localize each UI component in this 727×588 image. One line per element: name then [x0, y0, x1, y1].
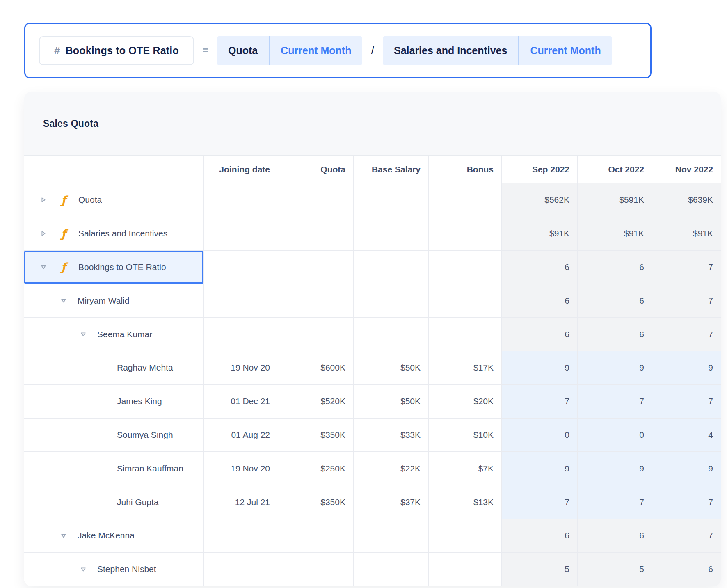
cell[interactable] [429, 553, 502, 586]
cell[interactable] [354, 284, 429, 318]
operand-modifier[interactable]: Current Month [269, 36, 362, 65]
cell[interactable] [429, 217, 502, 251]
cell[interactable] [278, 284, 354, 318]
cell-joining-date[interactable]: 19 Nov 20 [204, 452, 278, 485]
cell[interactable] [204, 183, 278, 217]
cell-oct[interactable]: 5 [578, 553, 652, 586]
cell[interactable] [278, 183, 354, 217]
column-header-joining-date[interactable]: Joining date [204, 156, 278, 183]
cell-bonus[interactable]: $20K [429, 385, 502, 419]
cell-sep[interactable]: 7 [502, 485, 578, 519]
row-label-cell[interactable]: Jake McKenna [24, 519, 204, 553]
row-label-cell[interactable]: ƒ Quota [24, 183, 204, 217]
column-header-base-salary[interactable]: Base Salary [354, 156, 429, 183]
cell-quota[interactable]: $350K [278, 419, 354, 452]
cell-base-salary[interactable]: $37K [354, 485, 429, 519]
cell-joining-date[interactable]: 01 Aug 22 [204, 419, 278, 452]
cell-quota[interactable]: $250K [278, 452, 354, 485]
collapse-triangle-icon[interactable] [60, 533, 67, 539]
cell[interactable] [278, 251, 354, 284]
cell-sep[interactable]: $562K [502, 183, 578, 217]
cell-sep[interactable]: 6 [502, 251, 578, 284]
row-label-cell[interactable]: Seema Kumar [24, 318, 204, 351]
cell-joining-date[interactable]: 19 Nov 20 [204, 351, 278, 385]
cell[interactable] [354, 217, 429, 251]
cell-sep[interactable]: 9 [502, 351, 578, 385]
cell-nov[interactable]: 4 [652, 419, 721, 452]
cell-quota[interactable]: $600K [278, 351, 354, 385]
cell-quota[interactable]: $520K [278, 385, 354, 419]
operand-name[interactable]: Quota [217, 36, 269, 65]
cell[interactable] [429, 251, 502, 284]
cell-quota[interactable]: $350K [278, 485, 354, 519]
cell-nov[interactable]: 7 [652, 385, 721, 419]
cell-sep[interactable]: 0 [502, 419, 578, 452]
cell[interactable] [354, 183, 429, 217]
cell-bonus[interactable]: $17K [429, 351, 502, 385]
column-header-bonus[interactable]: Bonus [429, 156, 502, 183]
cell[interactable] [278, 217, 354, 251]
cell-bonus[interactable]: $10K [429, 419, 502, 452]
cell[interactable] [278, 553, 354, 586]
row-label-cell[interactable]: James King [24, 385, 204, 419]
cell[interactable] [204, 217, 278, 251]
cell[interactable] [354, 553, 429, 586]
cell-sep[interactable]: 7 [502, 385, 578, 419]
cell-oct[interactable]: 7 [578, 485, 652, 519]
cell-sep[interactable]: 6 [502, 284, 578, 318]
cell[interactable] [354, 318, 429, 351]
cell[interactable] [429, 183, 502, 217]
collapse-triangle-icon[interactable] [60, 297, 67, 304]
cell[interactable] [278, 519, 354, 553]
expand-triangle-icon[interactable] [40, 197, 47, 203]
cell-oct[interactable]: 6 [578, 251, 652, 284]
cell-base-salary[interactable]: $50K [354, 351, 429, 385]
column-header-nov-2022[interactable]: Nov 2022 [652, 156, 721, 183]
cell-oct[interactable]: 9 [578, 452, 652, 485]
cell-oct[interactable]: 6 [578, 284, 652, 318]
cell-oct[interactable]: $91K [578, 217, 652, 251]
cell-nov[interactable]: 7 [652, 251, 721, 284]
row-label-cell[interactable]: Stephen Nisbet [24, 553, 204, 586]
column-header-oct-2022[interactable]: Oct 2022 [578, 156, 652, 183]
cell-nov[interactable]: 7 [652, 318, 721, 351]
cell-nov[interactable]: 9 [652, 351, 721, 385]
cell-sep[interactable]: 6 [502, 519, 578, 553]
cell[interactable] [204, 553, 278, 586]
cell-joining-date[interactable]: 12 Jul 21 [204, 485, 278, 519]
cell[interactable] [204, 318, 278, 351]
cell-nov[interactable]: 7 [652, 485, 721, 519]
cell-nov[interactable]: 9 [652, 452, 721, 485]
cell-sep[interactable]: 6 [502, 318, 578, 351]
collapse-triangle-icon[interactable] [80, 331, 87, 337]
column-header-sep-2022[interactable]: Sep 2022 [502, 156, 578, 183]
row-label-cell[interactable]: Miryam Walid [24, 284, 204, 318]
collapse-triangle-icon[interactable] [80, 566, 87, 572]
cell-sep[interactable]: 9 [502, 452, 578, 485]
cell-oct[interactable]: 6 [578, 519, 652, 553]
cell[interactable] [278, 318, 354, 351]
cell-base-salary[interactable]: $50K [354, 385, 429, 419]
cell-joining-date[interactable]: 01 Dec 21 [204, 385, 278, 419]
cell-oct[interactable]: $591K [578, 183, 652, 217]
cell-base-salary[interactable]: $33K [354, 419, 429, 452]
cell-nov[interactable]: 7 [652, 284, 721, 318]
cell-sep[interactable]: $91K [502, 217, 578, 251]
cell-nov[interactable]: $639K [652, 183, 721, 217]
row-label-cell-selected[interactable]: ƒ Bookings to OTE Ratio [24, 251, 204, 284]
row-label-cell[interactable]: Raghav Mehta [24, 351, 204, 385]
row-label-cell[interactable]: ƒ Salaries and Incentives [24, 217, 204, 251]
collapse-triangle-icon[interactable] [40, 264, 47, 270]
formula-operand-quota-chip[interactable]: Quota Current Month [217, 36, 362, 65]
metric-name-field[interactable]: # Bookings to OTE Ratio [39, 36, 194, 65]
cell-oct[interactable]: 0 [578, 419, 652, 452]
cell-oct[interactable]: 7 [578, 385, 652, 419]
cell[interactable] [354, 251, 429, 284]
row-label-cell[interactable]: Soumya Singh [24, 419, 204, 452]
cell[interactable] [204, 251, 278, 284]
cell-oct[interactable]: 6 [578, 318, 652, 351]
cell-bonus[interactable]: $7K [429, 452, 502, 485]
cell-sep[interactable]: 5 [502, 553, 578, 586]
row-label-cell[interactable]: Simran Kauffman [24, 452, 204, 485]
row-label-cell[interactable]: Juhi Gupta [24, 485, 204, 519]
